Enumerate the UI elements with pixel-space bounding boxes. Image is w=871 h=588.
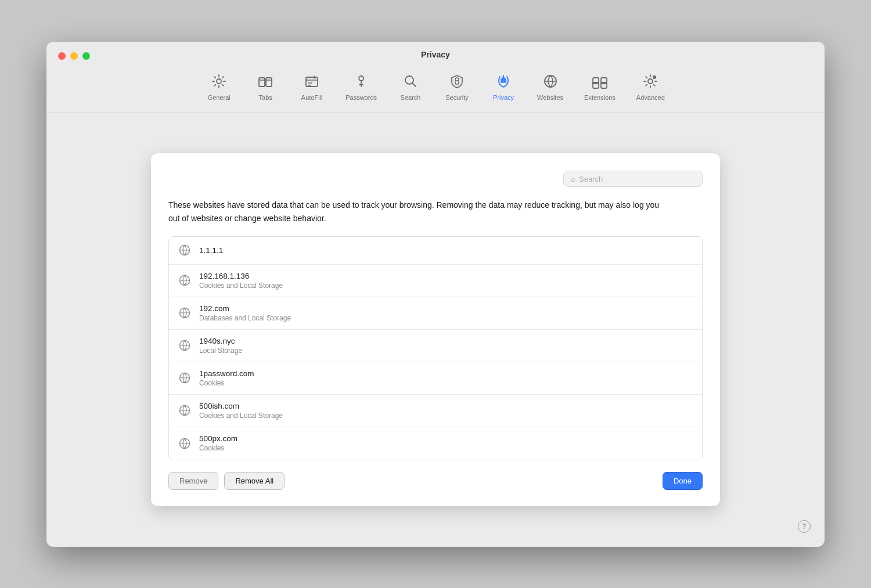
extensions-label: Extensions	[584, 94, 616, 101]
maximize-button[interactable]	[82, 52, 90, 60]
autofill-icon	[304, 73, 320, 92]
toolbar: General Tabs Auto	[46, 65, 825, 113]
search-input[interactable]	[579, 175, 695, 183]
toolbar-item-general[interactable]: General	[196, 70, 242, 104]
site-storage: Local Storage	[199, 347, 242, 355]
list-item[interactable]: 1940s.nycLocal Storage	[169, 330, 702, 362]
search-icon: ⌕	[571, 174, 575, 183]
privacy-label: Privacy	[493, 94, 514, 101]
site-storage: Cookies	[199, 444, 237, 452]
site-info: 1940s.nycLocal Storage	[199, 337, 242, 355]
general-label: General	[208, 94, 231, 101]
traffic-lights	[58, 52, 90, 60]
svg-point-13	[653, 75, 656, 79]
general-icon	[211, 73, 227, 92]
toolbar-item-websites[interactable]: Websites	[527, 70, 574, 104]
advanced-label: Advanced	[636, 94, 665, 101]
site-info: 192.168.1.136Cookies and Local Storage	[199, 272, 283, 290]
svg-point-4	[359, 76, 363, 81]
globe-icon	[178, 404, 191, 417]
globe-icon	[178, 437, 191, 450]
website-list-container: 1.1.1.1 192.168.1.136Cookies and Local S…	[168, 236, 703, 460]
globe-icon	[178, 244, 191, 257]
site-info: 500ish.comCookies and Local Storage	[199, 402, 283, 420]
toolbar-item-security[interactable]: Security	[434, 70, 480, 104]
list-item[interactable]: 1.1.1.1	[169, 237, 702, 265]
site-storage: Databases and Local Storage	[199, 314, 291, 322]
toolbar-item-tabs[interactable]: Tabs	[242, 70, 289, 104]
site-name: 192.168.1.136	[199, 272, 283, 280]
advanced-icon	[642, 73, 658, 92]
svg-point-12	[648, 79, 653, 84]
toolbar-item-extensions[interactable]: Extensions	[574, 70, 626, 104]
site-name: 192.com	[199, 304, 291, 313]
passwords-label: Passwords	[345, 94, 377, 101]
close-button[interactable]	[58, 52, 66, 60]
toolbar-item-advanced[interactable]: Advanced	[626, 70, 675, 104]
websites-label: Websites	[537, 94, 563, 101]
toolbar-item-search[interactable]: Search	[387, 70, 434, 104]
search-bar-row: ⌕	[168, 171, 703, 187]
svg-rect-6	[455, 81, 459, 84]
footer-left: Remove Remove All	[168, 472, 285, 490]
globe-icon	[178, 339, 191, 352]
site-storage: Cookies and Local Storage	[199, 412, 283, 420]
list-item[interactable]: 192.comDatabases and Local Storage	[169, 297, 702, 330]
site-storage: Cookies	[199, 379, 254, 387]
remove-all-button[interactable]: Remove All	[224, 472, 285, 490]
security-icon	[449, 73, 465, 92]
window-title: Privacy	[421, 50, 450, 65]
passwords-icon	[353, 73, 369, 92]
list-item[interactable]: 192.168.1.136Cookies and Local Storage	[169, 265, 702, 297]
site-info: 1.1.1.1	[199, 246, 223, 255]
globe-icon	[178, 274, 191, 287]
toolbar-item-privacy[interactable]: Privacy	[480, 70, 527, 104]
tabs-icon	[257, 73, 273, 92]
websites-icon	[542, 73, 559, 92]
site-info: 192.comDatabases and Local Storage	[199, 304, 291, 322]
list-item[interactable]: 500px.comCookies	[169, 427, 702, 460]
list-item[interactable]: 1password.comCookies	[169, 362, 702, 395]
site-info: 1password.comCookies	[199, 369, 254, 387]
site-name: 500ish.com	[199, 402, 283, 410]
help-button[interactable]: ?	[798, 520, 811, 533]
privacy-dialog: ⌕ These websites have stored data that c…	[151, 153, 720, 506]
done-button[interactable]: Done	[663, 472, 703, 490]
search-bar: ⌕	[563, 171, 703, 187]
tabs-label: Tabs	[259, 94, 272, 101]
svg-rect-1	[259, 78, 265, 86]
title-bar: Privacy	[46, 42, 825, 65]
site-name: 500px.com	[199, 434, 237, 443]
description-text: These websites have stored data that can…	[168, 199, 668, 225]
list-item[interactable]: 500ish.comCookies and Local Storage	[169, 395, 702, 427]
search-toolbar-icon	[402, 73, 419, 92]
site-name: 1password.com	[199, 369, 254, 378]
footer-row: Remove Remove All Done	[168, 472, 703, 490]
globe-icon	[178, 371, 191, 384]
site-name: 1940s.nyc	[199, 337, 242, 345]
site-storage: Cookies and Local Storage	[199, 282, 283, 290]
svg-rect-2	[266, 78, 272, 86]
website-list[interactable]: 1.1.1.1 192.168.1.136Cookies and Local S…	[169, 237, 702, 460]
privacy-icon	[495, 73, 512, 92]
site-info: 500px.comCookies	[199, 434, 237, 452]
main-area: ? ⌕ These websites have stored data that…	[46, 113, 825, 547]
extensions-icon	[591, 73, 609, 92]
site-name: 1.1.1.1	[199, 246, 223, 255]
toolbar-item-autofill[interactable]: AutoFill	[289, 70, 335, 104]
remove-button[interactable]: Remove	[168, 472, 218, 490]
autofill-label: AutoFill	[301, 94, 323, 101]
toolbar-item-passwords[interactable]: Passwords	[335, 70, 387, 104]
globe-icon	[178, 306, 191, 319]
security-label: Security	[445, 94, 469, 101]
svg-point-0	[217, 79, 221, 84]
minimize-button[interactable]	[70, 52, 78, 60]
svg-rect-3	[306, 77, 318, 86]
browser-window: Privacy General Tabs	[46, 42, 825, 547]
search-label: Search	[401, 94, 421, 101]
